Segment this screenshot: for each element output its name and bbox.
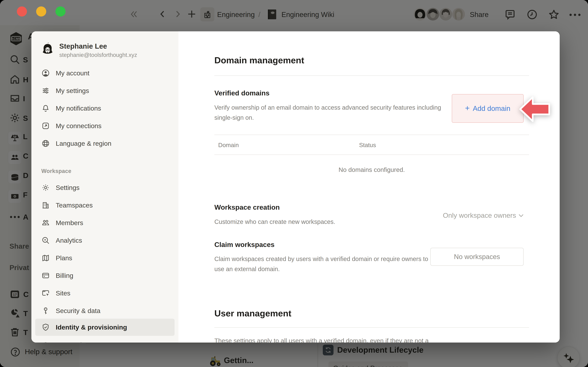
column-header-status: Status (359, 142, 376, 149)
building-icon (41, 201, 50, 209)
minimize-button[interactable] (36, 6, 46, 17)
no-workspaces-button[interactable]: No workspaces (430, 248, 524, 266)
sidebar-item-label: My connections (56, 122, 102, 130)
sidebar-item-label: My account (56, 69, 89, 77)
people-icon (41, 218, 50, 227)
window-controls (17, 6, 66, 17)
section-divider (214, 75, 529, 76)
plus-icon: + (465, 104, 470, 113)
screenshot-root: Engineering / Engineering Wiki Share (0, 0, 588, 367)
sidebar-item-sites[interactable]: Sites (35, 284, 174, 302)
workspace-creation-dropdown[interactable]: Only workspace owners (443, 211, 524, 219)
user-name: Stephanie Lee (59, 42, 137, 50)
sidebar-item-label: Security & data (56, 307, 100, 315)
workspace-section-label: Workspace (41, 168, 71, 174)
settings-sidebar: Stephanie Lee stephanie@toolsforthought.… (31, 31, 178, 342)
sidebar-item-label: Sites (56, 290, 70, 297)
gear-icon (41, 183, 50, 192)
sidebar-item-billing[interactable]: Billing (35, 267, 174, 284)
claim-workspaces-description: Claim workspaces created by users with a… (214, 254, 429, 274)
sidebar-item-label: Plans (56, 254, 72, 262)
circle-icon (41, 341, 50, 342)
verified-domains-title: Verified domains (214, 89, 269, 97)
sidebar-item-label: Members (56, 219, 83, 227)
user-management-clipped-text: These settings apply to all users with a… (214, 337, 536, 342)
close-button[interactable] (17, 6, 27, 17)
zoom-button[interactable] (55, 6, 66, 17)
sidebar-item-my-account[interactable]: My account (35, 65, 174, 82)
verified-domains-description: Verify ownership of an email domain to a… (214, 102, 456, 123)
sidebar-item-label: Connections (56, 341, 92, 343)
bell-icon (41, 104, 50, 113)
magnifier-icon (41, 236, 50, 245)
sidebar-item-label: Analytics (56, 237, 82, 244)
sidebar-item-security-data[interactable]: Security & data (35, 302, 174, 319)
sidebar-item-analytics[interactable]: Analytics (35, 232, 174, 249)
sidebar-item-label: Billing (56, 272, 73, 279)
workspace-creation-title: Workspace creation (214, 203, 280, 211)
section-divider (214, 327, 529, 328)
sidebar-item-my-settings[interactable]: My settings (35, 82, 174, 99)
page-title: Domain management (214, 55, 304, 65)
app-window: Engineering / Engineering Wiki Share (0, 0, 588, 367)
sidebar-item-identity-provisioning[interactable]: Identity & provisioning (35, 319, 174, 336)
sidebar-item-members[interactable]: Members (35, 214, 174, 231)
person-circle-icon (41, 69, 50, 77)
sidebar-item-connections[interactable]: Connections (35, 336, 174, 342)
sidebar-item-language-region[interactable]: Language & region (35, 135, 174, 152)
table-header-border (214, 154, 529, 155)
table-empty-state: No domains configured. (214, 166, 529, 173)
sidebar-item-settings[interactable]: Settings (35, 179, 174, 196)
arrow-up-right-icon (41, 122, 50, 130)
globe-icon (41, 139, 50, 148)
user-email: stephanie@toolsforthought.xyz (59, 52, 137, 58)
settings-content: Domain management Verified domains Verif… (178, 31, 560, 342)
sidebar-item-plans[interactable]: Plans (35, 250, 174, 267)
add-domain-button[interactable]: + Add domain (452, 94, 524, 123)
claim-workspaces-title: Claim workspaces (214, 241, 275, 249)
sidebar-item-my-connections[interactable]: My connections (35, 117, 174, 134)
sidebar-item-label: Settings (56, 184, 79, 192)
user-management-title: User management (214, 308, 291, 318)
sidebar-item-label: Language & region (56, 140, 111, 147)
chevron-down-icon (519, 214, 524, 217)
shield-check-icon (41, 323, 50, 332)
sidebar-item-my-notifications[interactable]: My notifications (35, 100, 174, 117)
settings-dialog: Stephanie Lee stephanie@toolsforthought.… (31, 31, 560, 342)
sidebar-item-label: My notifications (56, 105, 101, 112)
sidebar-item-teamspaces[interactable]: Teamspaces (35, 197, 174, 214)
credit-card-icon (41, 271, 50, 280)
user-avatar (41, 42, 55, 57)
sidebar-item-label: Teamspaces (56, 201, 93, 209)
sidebar-item-label: My settings (56, 87, 89, 94)
workspace-creation-description: Customize who can create new workspaces. (214, 217, 335, 227)
table-top-border (214, 134, 529, 135)
tutorial-arrow-icon (518, 94, 551, 125)
browser-icon (41, 289, 50, 297)
sidebar-item-label: Identity & provisioning (56, 324, 127, 331)
sliders-icon (41, 86, 50, 95)
key-icon (41, 307, 50, 315)
column-header-domain: Domain (218, 142, 239, 149)
map-icon (41, 254, 50, 262)
